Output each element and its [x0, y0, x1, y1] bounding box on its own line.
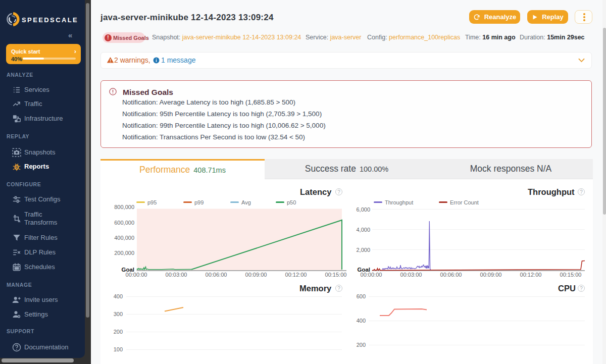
svg-text:0: 0	[16, 165, 18, 170]
